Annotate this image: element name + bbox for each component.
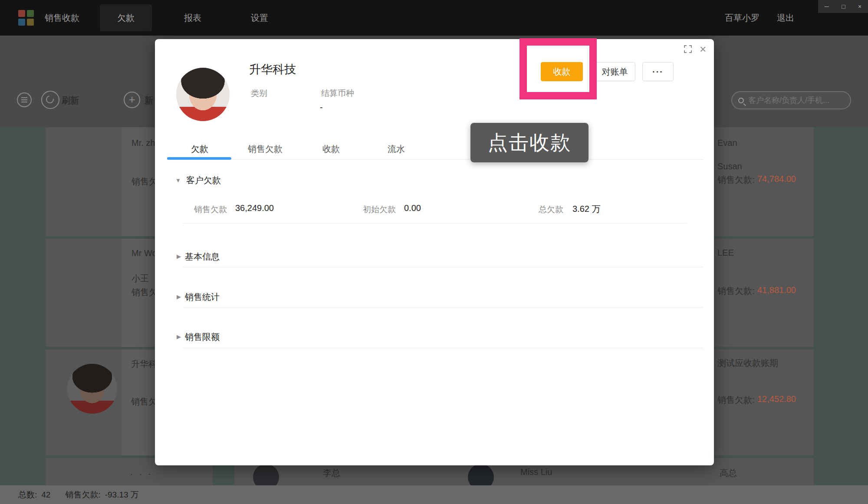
customer-debt-value: 41,881.00 [757,285,796,295]
total-debt-value: 3.62 万 [572,203,600,215]
collapse-arrow-icon[interactable]: ▼ [175,177,181,184]
tab-sales-debt[interactable]: 销售欠款 [248,143,283,155]
customer-debt-label: 销售欠款: [717,394,755,406]
user-menu[interactable]: 百草小罗 [720,0,764,36]
customer-name: 测试应收款账期 [717,357,778,369]
sales-debt-label: 销售欠款 [194,204,227,215]
customer-debt-label: 销售欠款: [717,174,755,186]
refresh-icon [44,94,55,105]
expand-arrow-icon[interactable]: ▶ [177,333,181,340]
status-bar: 总数: 42 销售欠款: -93.13 万 [0,485,868,504]
section-basic-info[interactable]: 基本信息 [185,251,220,263]
modal-title: 升华科技 [249,62,296,77]
window-minimize-icon[interactable]: ─ [825,0,829,13]
customer-contact: Susan [717,161,742,171]
customer-search-box[interactable] [731,91,851,109]
customer-detail-modal: 升华科技 类别 结算币种 - 收款 对账单 ··· × 欠款 销售欠款 收款 流… [155,39,714,465]
customer-contact: 小王 [132,273,149,284]
list-right-gutter [814,127,868,485]
total-count-value: 42 [41,490,50,500]
customer-debt-label: 销售欠 [132,176,158,188]
top-nav-bar: 销售收款 欠款 报表 设置 百草小罗 退出 [0,0,868,36]
currency-label: 结算币种 [321,88,354,99]
customer-name: 高总 [720,467,737,479]
window-maximize-icon[interactable]: □ [842,0,845,13]
customer-name: 李总 [323,467,340,479]
initial-debt-label: 初始欠款 [363,204,396,215]
statusbar-debt-label: 销售欠款: [65,489,100,501]
tooltip-text: 点击收款 [488,129,571,156]
section-divider [183,267,704,267]
customer-avatar [67,364,117,414]
plus-icon: + [128,93,135,106]
customer-name: 升华科 [131,358,157,370]
logo-square-blue [18,19,25,26]
tab-flow[interactable]: 流水 [388,143,405,155]
window-close-icon[interactable]: × [858,0,861,13]
section-divider [183,223,687,224]
customer-debt-label: 销售欠款: [717,285,755,297]
customer-name: Mr. zh [132,138,155,148]
logout-button[interactable]: 退出 [773,0,799,36]
section-divider [183,307,704,308]
customer-name: Miss Liu [520,467,552,477]
list-menu-icon [21,97,27,102]
customer-debt-value: 74,784.00 [757,174,796,184]
total-debt-label: 总欠款 [539,204,563,215]
fullscreen-icon[interactable] [684,45,692,53]
nav-item-sales-collection[interactable]: 销售收款 [38,0,86,36]
customer-name: Mr Wo [132,248,157,258]
app-logo-icon [18,10,34,26]
customer-debt-label: 销售欠 [132,287,158,298]
nav-item-debt[interactable]: 欠款 [100,4,152,31]
initial-debt-value: 0.00 [404,203,421,213]
customer-avatar [64,255,113,304]
customer-debt-label: 销售欠 [131,396,157,408]
logo-square-green [27,10,34,17]
section-sales-limit[interactable]: 销售限额 [185,331,220,343]
window-controls: ─ □ × [818,0,868,13]
search-input[interactable] [747,96,844,105]
logo-square-red [18,10,25,17]
section-customer-debt[interactable]: 客户欠款 [186,175,221,186]
currency-value: - [320,102,323,112]
highlight-rectangle [519,38,597,99]
category-label: 类别 [251,88,267,99]
active-tab-underline [167,157,231,160]
refresh-button[interactable] [41,91,59,109]
sales-debt-value: 36,249.00 [235,203,274,213]
tab-divider [167,159,704,160]
section-sales-stats[interactable]: 销售统计 [185,291,220,303]
customer-avatar [66,145,115,194]
more-actions-button[interactable]: ··· [642,62,674,81]
total-count-label: 总数: [18,489,37,501]
refresh-label[interactable]: 刷新 [62,95,79,106]
nav-item-settings[interactable]: 设置 [242,0,277,36]
tab-collection[interactable]: 收款 [322,143,340,155]
statement-button[interactable]: 对账单 [594,62,635,81]
list-left-gutter [0,127,46,485]
customer-debt-value: 12,452.80 [757,394,796,404]
customer-avatar-large [176,68,230,121]
statusbar-debt-value: -93.13 万 [105,489,139,501]
click-collect-tooltip: 点击收款 [470,123,589,162]
search-icon [738,98,744,103]
add-customer-label[interactable]: 新 [145,95,153,106]
expand-arrow-icon[interactable]: ▶ [177,293,181,300]
customer-name: Evan [717,138,737,148]
tab-debt[interactable]: 欠款 [191,143,208,155]
list-menu-button[interactable] [17,92,32,107]
expand-arrow-icon[interactable]: ▶ [177,253,181,260]
nav-item-reports[interactable]: 报表 [175,0,210,36]
modal-close-icon[interactable]: × [700,43,706,56]
app-window: 销售收款 欠款 报表 设置 百草小罗 退出 ─ □ × 刷新 + 新 Mr. z… [0,0,868,504]
section-divider [183,348,704,348]
add-customer-button[interactable]: + [124,92,140,108]
customer-name: LEE [717,248,734,258]
logo-square-yellow [27,19,34,26]
row-dots: · · · [130,469,152,479]
